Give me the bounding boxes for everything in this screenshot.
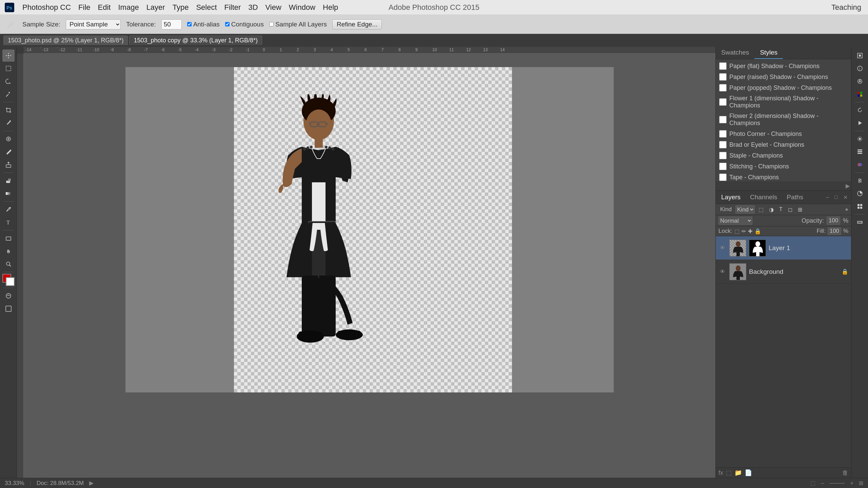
lock-all-icon[interactable]: 🔒 bbox=[754, 228, 761, 235]
expand-arrow-icon[interactable]: ▶ bbox=[846, 183, 850, 189]
magic-wand-tool[interactable]: ✦ bbox=[2, 88, 15, 100]
tab-paths[interactable]: Paths bbox=[784, 192, 806, 202]
background-color[interactable] bbox=[6, 277, 15, 286]
lock-move-icon[interactable]: ✚ bbox=[748, 228, 752, 235]
menu-type[interactable]: Type bbox=[169, 2, 192, 13]
lock-position-icon[interactable]: ✏ bbox=[742, 228, 746, 235]
menu-filter[interactable]: Filter bbox=[221, 2, 244, 13]
tolerance-input[interactable] bbox=[161, 19, 182, 29]
zoom-slider[interactable]: ──── bbox=[829, 480, 845, 486]
lock-pixels-icon[interactable]: ⬚ bbox=[734, 228, 739, 235]
anti-alias-wrap[interactable]: Anti-alias bbox=[187, 21, 220, 28]
screen-mode-button[interactable] bbox=[2, 303, 15, 315]
timeline-icon[interactable] bbox=[854, 216, 866, 228]
styles-panel-icon[interactable] bbox=[854, 200, 866, 212]
canvas-transparent-area[interactable] bbox=[234, 67, 512, 392]
style-item[interactable]: Brad or Eyelet - Champions bbox=[716, 139, 851, 150]
healing-tool[interactable] bbox=[2, 133, 15, 145]
zoom-in-status-icon[interactable]: + bbox=[850, 480, 853, 486]
menu-window[interactable]: Window bbox=[285, 2, 319, 13]
fit-icon[interactable]: ⊞ bbox=[859, 480, 863, 486]
adjustments-icon[interactable] bbox=[854, 187, 866, 200]
gradient-tool[interactable] bbox=[2, 187, 15, 200]
delete-layer-icon[interactable]: 🗑 bbox=[842, 469, 848, 476]
quick-mask-button[interactable] bbox=[2, 290, 15, 302]
adjustment-filter-icon[interactable]: ◑ bbox=[767, 206, 775, 214]
color-boxes[interactable] bbox=[2, 274, 15, 286]
style-item[interactable]: Tape - Champions bbox=[716, 172, 851, 181]
menu-view[interactable]: View bbox=[262, 2, 285, 13]
navigator-icon[interactable] bbox=[854, 49, 866, 62]
brush-settings-icon[interactable] bbox=[854, 133, 866, 145]
zoom-out-status-icon[interactable]: – bbox=[821, 480, 824, 486]
properties-icon[interactable] bbox=[854, 175, 866, 187]
sample-size-select[interactable]: Point Sample 3 by 3 Average 5 by 5 Avera… bbox=[66, 19, 121, 29]
tab-1503-photo-copy[interactable]: 1503_photo copy @ 33.3% (Layer 1, RGB/8*… bbox=[129, 36, 262, 45]
style-item[interactable]: Flower 1 (dimensional) Shadow - Champion… bbox=[716, 93, 851, 111]
zoom-tool[interactable] bbox=[2, 258, 15, 270]
minimize-panel-icon[interactable]: – bbox=[825, 194, 830, 201]
smart-filter-icon[interactable]: ⊞ bbox=[796, 206, 804, 214]
sample-all-layers-wrap[interactable]: Sample All Layers bbox=[269, 21, 327, 28]
new-group-icon[interactable]: 📁 bbox=[734, 469, 742, 476]
menu-select[interactable]: Select bbox=[193, 2, 220, 13]
opacity-input[interactable] bbox=[827, 217, 840, 225]
style-item[interactable]: Paper (raised) Shadow - Champions bbox=[716, 72, 851, 82]
shape-filter-icon[interactable]: ◻ bbox=[786, 206, 794, 214]
style-item[interactable]: Paper (flat) Shadow - Champions bbox=[716, 61, 851, 72]
color-icon[interactable] bbox=[854, 75, 866, 87]
layer-visibility-toggle[interactable]: 👁 bbox=[718, 268, 727, 276]
sample-all-layers-checkbox[interactable] bbox=[269, 22, 274, 26]
info-icon[interactable]: i bbox=[854, 62, 866, 75]
tab-styles[interactable]: Styles bbox=[754, 47, 783, 59]
anti-alias-checkbox[interactable] bbox=[187, 22, 192, 26]
menu-file[interactable]: File bbox=[75, 2, 94, 13]
marquee-tool[interactable] bbox=[2, 62, 15, 75]
actions-icon[interactable] bbox=[854, 117, 866, 129]
add-layer-fx-icon[interactable]: fx bbox=[718, 469, 723, 476]
swatches-icon[interactable] bbox=[854, 88, 866, 100]
style-item[interactable]: Stitching - Champions bbox=[716, 161, 851, 172]
layer-visibility-toggle[interactable]: 👁 bbox=[718, 244, 727, 252]
style-item[interactable]: Photo Corner - Champions bbox=[716, 128, 851, 139]
lasso-tool[interactable] bbox=[2, 75, 15, 87]
menu-photoshop[interactable]: Photoshop CC bbox=[19, 2, 74, 13]
style-item[interactable]: Paper (popped) Shadow - Champions bbox=[716, 82, 851, 93]
shape-tool[interactable] bbox=[2, 232, 15, 244]
maximize-panel-icon[interactable]: □ bbox=[834, 194, 839, 201]
crop-tool[interactable] bbox=[2, 104, 15, 116]
type-tool[interactable]: T bbox=[2, 216, 15, 228]
move-tool[interactable] bbox=[2, 49, 15, 62]
layer-row-background[interactable]: 👁 Background 🔒 bbox=[716, 260, 851, 284]
menu-edit[interactable]: Edit bbox=[95, 2, 114, 13]
tab-layers[interactable]: Layers bbox=[718, 192, 743, 202]
pen-tool[interactable] bbox=[2, 203, 15, 216]
tab-swatches[interactable]: Swatches bbox=[716, 47, 754, 59]
eyedropper-tool[interactable] bbox=[2, 117, 15, 129]
type-filter-icon[interactable]: T bbox=[777, 206, 784, 213]
tab-channels[interactable]: Channels bbox=[747, 192, 780, 202]
hand-tool[interactable] bbox=[2, 245, 15, 257]
style-item[interactable]: Staple - Champions bbox=[716, 150, 851, 161]
contiguous-checkbox[interactable] bbox=[225, 22, 230, 26]
layer-row-layer1[interactable]: 👁 bbox=[716, 236, 851, 260]
filter-toggle-icon[interactable]: ● bbox=[845, 206, 848, 212]
style-item[interactable]: Flower 2 (dimensional) Shadow - Champion… bbox=[716, 111, 851, 128]
menu-3d[interactable]: 3D bbox=[245, 2, 261, 13]
tab-1503-photo[interactable]: 1503_photo.psd @ 25% (Layer 1, RGB/8*) bbox=[3, 36, 128, 45]
menu-image[interactable]: Image bbox=[115, 2, 142, 13]
refine-edge-button[interactable]: Refine Edge... bbox=[332, 19, 382, 29]
menu-help[interactable]: Help bbox=[319, 2, 341, 13]
brush-tool[interactable] bbox=[2, 146, 15, 158]
history-icon[interactable] bbox=[854, 104, 866, 116]
contiguous-wrap[interactable]: Contiguous bbox=[225, 21, 264, 28]
layers-icon[interactable] bbox=[854, 146, 866, 158]
blend-mode-select[interactable]: Normal bbox=[718, 217, 752, 225]
close-panel-icon[interactable]: ✕ bbox=[843, 194, 848, 201]
add-mask-icon[interactable]: ⬚ bbox=[726, 469, 732, 476]
artboard-icon[interactable]: ⬚ bbox=[810, 480, 815, 486]
new-layer-icon[interactable]: 📄 bbox=[745, 469, 752, 476]
canvas-content[interactable] bbox=[24, 54, 715, 478]
arrow-icon[interactable]: ▶ bbox=[89, 480, 94, 487]
channels-mini-icon[interactable] bbox=[854, 159, 866, 171]
